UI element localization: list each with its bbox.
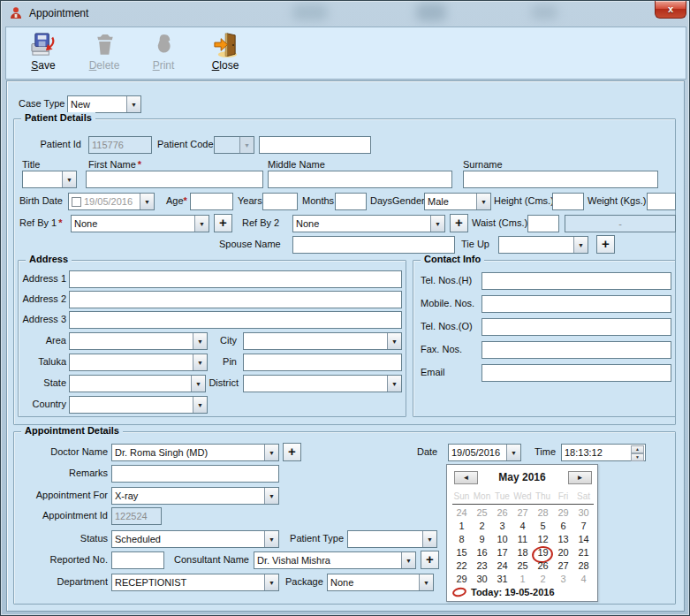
calendar-day[interactable]: 7	[573, 521, 594, 534]
city-select[interactable]: ▼	[243, 332, 402, 350]
calendar-day[interactable]: 22	[451, 560, 472, 574]
chevron-down-icon[interactable]: ▼	[476, 194, 490, 209]
calendar-day[interactable]: 2	[533, 574, 553, 587]
calendar-day[interactable]: 30	[573, 507, 594, 521]
fax-input[interactable]	[481, 341, 671, 359]
calendar-day[interactable]: 26	[492, 507, 512, 521]
calendar-day[interactable]: 30	[472, 574, 492, 587]
case-type-select[interactable]: New ▼	[67, 95, 141, 113]
consultant-name-select[interactable]: Dr. Vishal Mishra ▼	[254, 551, 416, 569]
calendar-day[interactable]: 20	[553, 547, 573, 560]
delete-button[interactable]: Delete	[79, 30, 130, 77]
email-input[interactable]	[481, 364, 671, 382]
patient-code-select[interactable]: ▼	[214, 136, 254, 154]
middle-name-input[interactable]	[268, 171, 452, 188]
add-tie-up-button[interactable]: +	[596, 235, 615, 254]
weight-input[interactable]	[647, 193, 676, 210]
calendar-day[interactable]: 2	[472, 521, 492, 534]
chevron-down-icon[interactable]: ▼	[62, 171, 76, 187]
address3-input[interactable]	[69, 311, 402, 329]
chevron-down-icon[interactable]: ▼	[401, 552, 415, 568]
calendar-day[interactable]: 9	[472, 534, 492, 547]
ref-by-2-select[interactable]: None ▼	[292, 215, 445, 232]
next-month-button[interactable]: ►	[568, 471, 592, 484]
district-select[interactable]: ▼	[243, 375, 402, 392]
add-ref-by-2-button[interactable]: +	[450, 214, 468, 232]
ref-by-1-select[interactable]: None ▼	[71, 215, 209, 232]
chevron-down-icon[interactable]: ▼	[422, 531, 436, 547]
status-select[interactable]: Scheduled ▼	[111, 530, 279, 548]
waist-input[interactable]	[527, 215, 559, 232]
calendar-today-label[interactable]: Today: 19-05-2016	[471, 587, 555, 597]
appointment-for-select[interactable]: X-ray ▼	[111, 487, 279, 505]
age-input[interactable]	[190, 193, 233, 210]
patient-code-input[interactable]	[259, 136, 371, 154]
calendar-day[interactable]: 29	[451, 574, 472, 587]
save-button[interactable]: Save	[18, 30, 69, 77]
first-name-input[interactable]	[86, 171, 263, 188]
address2-input[interactable]	[69, 291, 402, 308]
surname-input[interactable]	[463, 171, 658, 188]
calendar-day[interactable]: 29	[553, 507, 573, 521]
chevron-down-icon[interactable]: ▼	[264, 445, 278, 460]
add-consultant-button[interactable]: +	[421, 551, 439, 569]
pin-input[interactable]	[243, 354, 402, 371]
calendar-day[interactable]: 1	[451, 521, 472, 534]
calendar-day[interactable]: 18	[512, 547, 533, 560]
tie-up-select[interactable]: ▼	[498, 236, 588, 254]
patient-type-select[interactable]: ▼	[347, 530, 437, 548]
calendar-day[interactable]: 1	[512, 574, 533, 587]
calendar-day[interactable]: 11	[512, 534, 533, 547]
birth-date-picker[interactable]: 19/05/2016 ▼	[68, 193, 155, 210]
calendar-day[interactable]: 4	[512, 521, 533, 534]
calendar-day[interactable]: 3	[553, 574, 573, 587]
calendar-day[interactable]: 16	[472, 547, 492, 560]
calendar-day[interactable]: 28	[573, 560, 594, 574]
calendar-day[interactable]: 24	[492, 560, 512, 574]
department-select[interactable]: RECEPTIONIST ▼	[111, 574, 279, 591]
address1-input[interactable]	[69, 270, 402, 288]
calendar-day[interactable]: 25	[472, 507, 492, 521]
spin-up-icon[interactable]: ▲	[631, 445, 644, 453]
appointment-id-input[interactable]	[111, 507, 162, 525]
reported-no-input[interactable]	[111, 551, 164, 569]
chevron-down-icon[interactable]: ▼	[419, 574, 433, 590]
calendar-day[interactable]: 27	[553, 560, 573, 574]
window-close-button[interactable]: x	[655, 1, 686, 19]
calendar-day[interactable]: 31	[492, 574, 512, 587]
calendar-day[interactable]: 13	[553, 534, 573, 547]
age-months-input[interactable]	[335, 193, 367, 210]
calendar-day[interactable]: 5	[533, 521, 553, 534]
date-picker[interactable]: 19/05/2016 ▼	[448, 444, 521, 461]
chevron-down-icon[interactable]: ▼	[140, 194, 154, 209]
close-button[interactable]: Close	[200, 30, 251, 77]
mobile-input[interactable]	[481, 295, 671, 313]
calendar-day[interactable]: 14	[573, 534, 594, 547]
title-select[interactable]: ▼	[22, 171, 77, 188]
calendar-day[interactable]: 23	[472, 560, 492, 574]
chevron-down-icon[interactable]: ▼	[387, 333, 401, 349]
calendar-day[interactable]: 17	[492, 547, 512, 560]
chevron-down-icon[interactable]: ▼	[506, 445, 520, 460]
calendar-day-selected[interactable]: 19	[533, 547, 553, 560]
chevron-down-icon[interactable]: ▼	[126, 96, 140, 112]
chevron-down-icon[interactable]: ▼	[573, 237, 588, 253]
chevron-down-icon[interactable]: ▼	[264, 531, 278, 547]
spin-down-icon[interactable]: ▼	[631, 453, 644, 461]
calendar-day[interactable]: 10	[492, 534, 512, 547]
add-doctor-button[interactable]: +	[283, 443, 301, 461]
patient-id-input[interactable]	[88, 136, 152, 154]
calendar-day[interactable]: 27	[512, 507, 533, 521]
country-select[interactable]: ▼	[69, 396, 208, 414]
package-select[interactable]: None ▼	[327, 574, 434, 591]
calendar-day[interactable]: 25	[512, 560, 533, 574]
add-ref-by-1-button[interactable]: +	[214, 214, 232, 232]
calendar-day[interactable]: 24	[451, 507, 472, 521]
area-select[interactable]: ▼	[69, 332, 208, 350]
remarks-input[interactable]	[111, 465, 279, 483]
calendar-day[interactable]: 28	[533, 507, 553, 521]
chevron-down-icon[interactable]: ▼	[264, 488, 278, 504]
time-input[interactable]: 18:13:12 ▲ ▼	[561, 444, 646, 461]
chevron-down-icon[interactable]: ▼	[430, 216, 444, 232]
calendar-day[interactable]: 6	[553, 521, 573, 534]
